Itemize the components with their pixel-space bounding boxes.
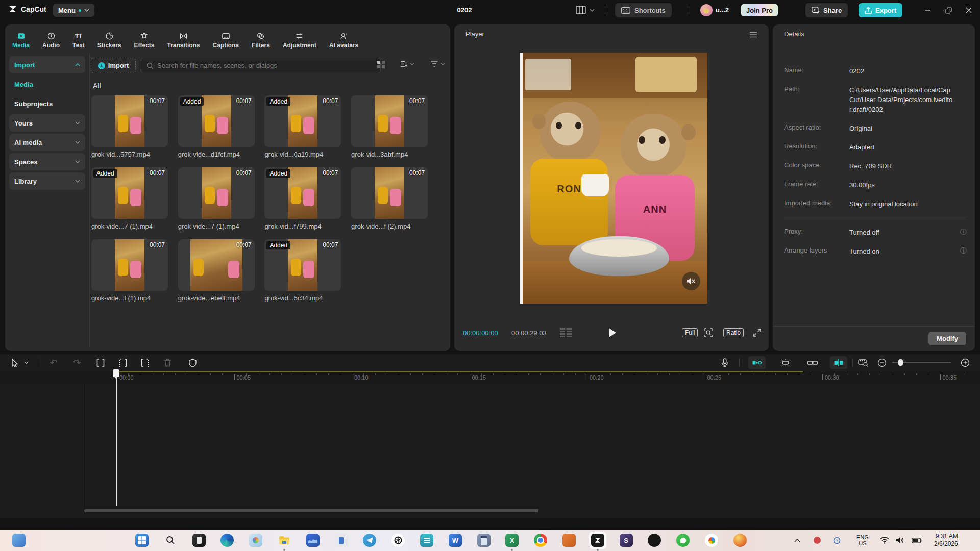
player-video[interactable]: RON ANN	[520, 53, 707, 304]
taskbar-app-calculator[interactable]	[477, 534, 491, 547]
media-item[interactable]: Added00:07grok-vide...d1fcf.mp4	[178, 95, 255, 158]
undo-button[interactable]: ↶	[47, 356, 60, 369]
taskbar-app-notes[interactable]	[420, 534, 433, 547]
sort-button[interactable]	[400, 60, 414, 68]
tab-captions[interactable]: Captions	[213, 32, 239, 49]
taskbar-app-start[interactable]	[135, 534, 149, 547]
taskbar-app-edge[interactable]	[220, 534, 234, 547]
media-item[interactable]: Added00:07grok-vid...0a19.mp4	[264, 95, 341, 158]
taskbar-app-search[interactable]	[164, 534, 177, 547]
taskbar-app-movies[interactable]	[306, 534, 320, 547]
media-item[interactable]: 00:07grok-vide...f (1).mp4	[91, 239, 168, 302]
taskbar-app-office-orange[interactable]	[562, 534, 576, 547]
sidebar-item-subprojects[interactable]: Subprojects	[9, 95, 85, 112]
menu-button[interactable]: Menu	[53, 4, 94, 17]
tab-effects[interactable]: Effects	[134, 32, 155, 49]
import-button[interactable]: + Import	[91, 58, 136, 73]
taskbar-app-capcut[interactable]	[591, 534, 604, 547]
mask-button[interactable]	[186, 356, 199, 369]
user-avatar[interactable]	[700, 4, 713, 16]
delete-button[interactable]	[161, 356, 174, 369]
taskbar-app-desktop-app[interactable]	[335, 534, 348, 547]
taskbar-app-files-dark[interactable]	[192, 534, 206, 547]
delete-right-button[interactable]	[138, 356, 152, 369]
taskbar-app-dark-circle[interactable]	[648, 534, 661, 547]
sidebar-item-yours[interactable]: Yours	[9, 114, 85, 132]
volume-icon[interactable]	[896, 530, 904, 551]
tab-transitions[interactable]: Transitions	[167, 32, 200, 49]
media-item[interactable]: 00:07grok-vid...3abf.mp4	[351, 95, 428, 158]
auto-snap-button[interactable]	[748, 356, 766, 369]
playhead-handle[interactable]	[113, 369, 119, 377]
shortcuts-button[interactable]: Shortcuts	[615, 3, 672, 17]
minimize-button[interactable]	[917, 0, 939, 20]
sidebar-item-import[interactable]: Import	[9, 56, 85, 73]
clock-date[interactable]: 9:31 AM2/6/2026	[934, 530, 958, 551]
tab-filters[interactable]: Filters	[252, 32, 270, 49]
tab-adjustment[interactable]: Adjustment	[283, 32, 316, 49]
sidebar-item-ai-media[interactable]: AI media	[9, 134, 85, 151]
split-button[interactable]	[94, 356, 107, 369]
media-item[interactable]: 00:07grok-vide...f (2).mp4	[351, 167, 428, 230]
adjust-track-height-button[interactable]	[856, 356, 870, 369]
sidebar-item-media[interactable]: Media	[9, 76, 85, 93]
tray-expand-button[interactable]	[794, 530, 800, 551]
tray-icon-red[interactable]	[814, 530, 821, 551]
timeline-horizontal-scrollbar[interactable]	[84, 509, 538, 512]
select-tool-dropdown[interactable]	[21, 356, 31, 369]
player-menu-button[interactable]	[749, 32, 757, 38]
close-button[interactable]	[958, 0, 980, 20]
media-item[interactable]: 00:07grok-vide...7 (1).mp4	[178, 167, 255, 230]
taskbar-app-chatgpt[interactable]	[391, 534, 405, 547]
taskbar-app-chrome[interactable]	[534, 534, 547, 547]
join-pro-button[interactable]: Join Pro	[741, 4, 778, 16]
zoom-in-button[interactable]	[959, 356, 972, 369]
media-item[interactable]: 00:07grok-vide...ebeff.mp4	[178, 239, 255, 302]
info-icon[interactable]: ⓘ	[960, 246, 967, 256]
taskbar-app-google[interactable]	[705, 534, 718, 547]
tab-ai-avatars[interactable]: AI avatars	[329, 32, 358, 49]
search-input[interactable]: Search for file names, scenes, or dialog…	[141, 58, 381, 73]
taskbar-app-photos[interactable]	[249, 534, 262, 547]
taskbar-app-studio[interactable]: S	[620, 534, 633, 547]
export-button[interactable]: Export	[859, 3, 902, 17]
delete-left-button[interactable]	[116, 356, 130, 369]
record-voiceover-button[interactable]	[718, 356, 731, 369]
preview-zoom-button[interactable]	[703, 326, 714, 339]
zoom-slider-handle[interactable]	[898, 359, 903, 366]
taskbar-app-explorer[interactable]	[278, 534, 291, 547]
timeline-zoom-slider[interactable]	[892, 362, 951, 363]
ratio-button[interactable]: Ratio	[723, 326, 744, 339]
linked-sections-button[interactable]	[779, 356, 792, 369]
tab-media[interactable]: Media	[12, 32, 30, 49]
media-item[interactable]: Added00:07grok-vid...5c34.mp4	[264, 239, 341, 302]
widgets-icon[interactable]	[12, 534, 26, 547]
media-item[interactable]: 00:07grok-vid...5757.mp4	[91, 95, 168, 158]
sidebar-item-spaces[interactable]: Spaces	[9, 153, 85, 170]
fullscreen-button[interactable]	[752, 326, 762, 339]
taskbar-app-firefox[interactable]	[733, 534, 747, 547]
tab-text[interactable]: TIText	[72, 32, 85, 49]
full-button[interactable]: Full	[682, 326, 698, 339]
taskbar-app-telegram[interactable]	[363, 534, 376, 547]
redo-button[interactable]: ↷	[70, 356, 84, 369]
media-item[interactable]: Added00:07grok-vide...7 (1).mp4	[91, 167, 168, 230]
preview-axis-button[interactable]	[830, 356, 847, 369]
sidebar-item-library[interactable]: Library	[9, 172, 85, 190]
grid-view-button[interactable]	[377, 60, 385, 69]
taskbar-app-excel[interactable]: X	[505, 534, 519, 547]
filter-button[interactable]	[430, 60, 445, 67]
timeline-ruler[interactable]: 00:0000:0500:1000:1500:2000:2500:3000:35	[0, 371, 980, 384]
modify-button[interactable]: Modify	[928, 332, 966, 345]
share-button[interactable]: Share	[805, 3, 848, 17]
restore-button[interactable]	[937, 0, 960, 20]
layout-dropdown-button[interactable]	[590, 9, 595, 12]
tab-stickers[interactable]: Stickers	[97, 32, 121, 49]
workspace-layout-button[interactable]	[576, 6, 586, 14]
link-button[interactable]	[806, 356, 819, 369]
select-tool-button[interactable]	[8, 356, 21, 369]
taskbar-app-whatsapp[interactable]	[676, 534, 690, 547]
tab-audio[interactable]: Audio	[42, 32, 60, 49]
language-indicator[interactable]: ENGUS	[856, 530, 869, 551]
frame-view-button[interactable]	[560, 326, 572, 339]
